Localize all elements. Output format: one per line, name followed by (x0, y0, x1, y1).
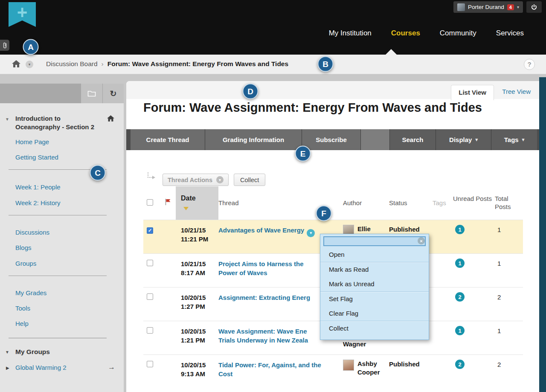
sidebar-item-tools[interactable]: Tools (15, 305, 30, 312)
menu-item-mark-as-unread[interactable]: Mark as Unread (320, 277, 429, 291)
tab-community[interactable]: Community (440, 29, 476, 38)
help-button[interactable]: ? (524, 59, 535, 70)
tags-menu-button[interactable]: Tags▾ (491, 129, 537, 150)
author-column-header[interactable]: Author (343, 186, 389, 220)
add-course-tab[interactable]: + (9, 2, 36, 27)
tab-courses[interactable]: Courses (391, 29, 420, 38)
sidebar-item-groups[interactable]: Groups (15, 260, 36, 267)
collapse-caret-icon[interactable]: ▼ (5, 117, 9, 122)
course-home-button[interactable] (107, 115, 114, 123)
retention-center-tab[interactable] (0, 40, 9, 51)
chevron-down-icon: ▾ (522, 137, 525, 142)
display-menu-button[interactable]: Display▾ (436, 129, 491, 150)
sidebar-item-discussions[interactable]: Discussions (15, 229, 49, 236)
sidebar-item-week-1-people[interactable]: Week 1: People (15, 183, 61, 191)
tab-services[interactable]: Services (496, 29, 524, 38)
sidebar-item-blogs[interactable]: Blogs (15, 244, 32, 251)
sidebar-item-global-warming-2[interactable]: Global Warming 2 (15, 364, 67, 371)
sidebar-item-week-2-history[interactable]: Week 2: History (15, 199, 61, 206)
total-posts-count: 1 (495, 254, 523, 287)
close-icon[interactable]: × (418, 237, 425, 244)
select-all-cell (143, 186, 161, 220)
breadcrumb: Discussion Board›Forum: Wave Assignment:… (46, 60, 288, 68)
global-nav-bar: + Porter Durand 4 ▾ My Institution Cours… (0, 0, 546, 55)
thread-link[interactable]: Tidal Power: For, Against, and the (218, 361, 321, 369)
course-menu-sidebar: ↻ ▼ Introduction to Oceanography - Secti… (0, 84, 124, 392)
breadcrumb-bar: ▾ Discussion Board›Forum: Wave Assignmen… (0, 55, 546, 74)
thread-date: 10/21/1511:21 PM (176, 220, 218, 253)
logout-button[interactable] (526, 1, 542, 13)
refresh-button[interactable]: ↻ (102, 84, 124, 103)
row-checkbox[interactable] (147, 293, 153, 300)
flag-column-header[interactable] (161, 186, 176, 220)
expand-caret-icon[interactable]: ▶ (6, 366, 9, 370)
sort-descending-icon (183, 207, 189, 210)
tab-tree-view[interactable]: Tree View (502, 88, 531, 95)
annotation-f: F (316, 206, 332, 221)
author-name: Wagner (343, 340, 366, 354)
row-checkbox[interactable] (147, 260, 153, 266)
total-posts-column-header[interactable]: Total Posts (495, 186, 523, 220)
annotation-a: A (23, 39, 39, 55)
sidebar-toolbar-icons: ↻ (81, 84, 124, 103)
unread-count-badge[interactable]: 1 (455, 258, 465, 268)
user-menu[interactable]: Porter Durand 4 ▾ (453, 1, 523, 13)
active-tab-notch (386, 49, 397, 55)
search-button[interactable]: Search (390, 129, 436, 150)
collapse-caret-icon[interactable]: ▼ (5, 350, 9, 354)
thread-link[interactable]: Assignment: Extracting Energ (218, 294, 310, 301)
sidebar-item-my-grades[interactable]: My Grades (15, 289, 46, 296)
date-column-header[interactable]: Date (176, 186, 218, 220)
breadcrumb-expand-button[interactable]: ▾ (26, 61, 33, 68)
chevron-down-icon: ▾ (517, 5, 519, 9)
sidebar-item-home-page[interactable]: Home Page (15, 138, 49, 145)
create-thread-button[interactable]: Create Thread (131, 129, 205, 150)
grading-information-button[interactable]: Grading Information (205, 129, 302, 150)
open-group-arrow-icon[interactable]: → (108, 363, 115, 372)
tab-my-institution[interactable]: My Institution (329, 29, 372, 38)
collect-button[interactable]: Collect (234, 174, 265, 186)
thread-link[interactable]: Wave Assignment: Wave Ene (218, 328, 307, 335)
annotation-b: B (318, 56, 334, 72)
unread-posts-column-header[interactable]: Unread Posts (453, 186, 495, 220)
sidebar-item-getting-started[interactable]: Getting Started (15, 154, 58, 161)
menu-item-open[interactable]: Open (320, 247, 429, 262)
menu-item-clear-flag[interactable]: Clear Flag (320, 306, 429, 321)
annotation-e: E (295, 146, 311, 162)
home-icon (12, 60, 20, 67)
thread-link[interactable]: Advantages of Wave Energy (218, 226, 304, 234)
sidebar-section-divider (9, 338, 107, 338)
course-title-link[interactable]: Introduction to Oceanography - Section 2 (15, 114, 100, 131)
thread-actions-button[interactable]: Thread Actions ▾ (163, 174, 229, 186)
breadcrumb-link-discussion-board[interactable]: Discussion Board (46, 60, 98, 67)
unread-count-badge[interactable]: 1 (455, 326, 465, 335)
unread-count-badge[interactable]: 2 (455, 292, 465, 302)
breadcrumb-separator: › (102, 60, 104, 67)
tab-list-view[interactable]: List View (451, 85, 494, 100)
table-row: 10/20/159:13 AM Tidal Power: For, Agains… (143, 354, 523, 388)
folder-view-button[interactable] (81, 84, 102, 103)
select-all-checkbox[interactable] (147, 199, 153, 206)
menu-item-collect[interactable]: Collect (320, 321, 429, 336)
menu-item-mark-as-read[interactable]: Mark as Read (320, 262, 429, 277)
thread-link[interactable]: Project Aims to Harness the (218, 260, 304, 267)
chevron-down-icon: ▾ (216, 176, 224, 183)
total-posts-count: 1 (495, 321, 523, 354)
menu-item-set-flag[interactable]: Set Flag (320, 292, 429, 306)
home-icon (107, 115, 114, 122)
thread-date: 10/20/151:27 PM (176, 287, 218, 321)
thread-options-menu-button[interactable]: ▾ (307, 229, 315, 237)
row-checkbox[interactable] (147, 361, 153, 367)
row-checkbox[interactable]: ✓ (147, 227, 153, 234)
subscribe-button[interactable]: Subscribe (302, 129, 361, 150)
status-column-header[interactable]: Status (389, 186, 433, 220)
indent-arrow-icon (146, 171, 156, 183)
sidebar-item-help[interactable]: Help (15, 320, 29, 327)
unread-count-badge[interactable]: 1 (455, 225, 465, 234)
page-title: Forum: Wave Assignment: Energy From Wave… (143, 101, 482, 115)
row-checkbox[interactable] (147, 327, 153, 334)
home-button[interactable] (12, 60, 20, 69)
unread-count-badge[interactable]: 2 (455, 360, 465, 369)
user-avatar (457, 3, 465, 11)
thread-link-line2: Cost (218, 369, 339, 378)
